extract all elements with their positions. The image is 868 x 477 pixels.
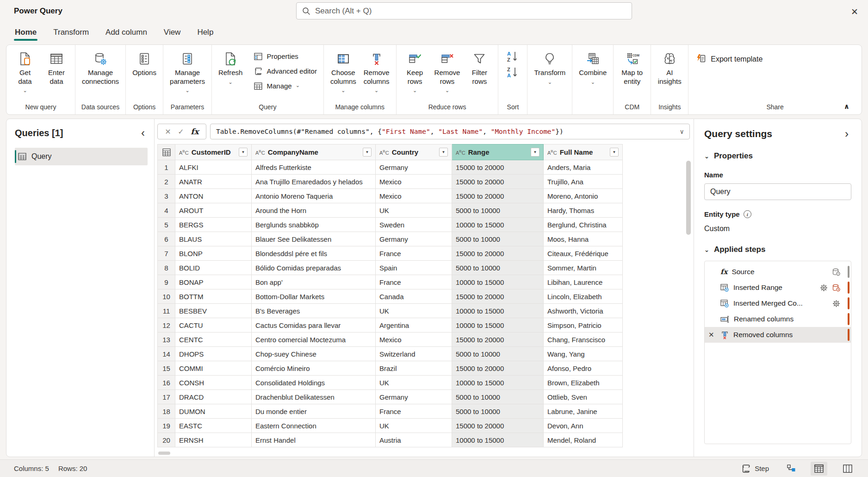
cell-companyname[interactable]: Bon app': [252, 275, 376, 289]
row-number[interactable]: 5: [158, 218, 175, 232]
applied-step-renamed-columns[interactable]: Renamed columns: [705, 311, 851, 327]
cell-range[interactable]: 15000 to 20000: [452, 189, 544, 203]
choose-columns-button[interactable]: Choose columns⌄: [328, 49, 359, 94]
cell-companyname[interactable]: Eastern Connection: [252, 419, 376, 433]
tab-transform[interactable]: Transform: [46, 22, 96, 43]
cell-full-name[interactable]: Brown, Elizabeth: [544, 376, 623, 390]
row-number[interactable]: 8: [158, 261, 175, 275]
cell-range[interactable]: 15000 to 20000: [452, 175, 544, 189]
cell-country[interactable]: Canada: [376, 289, 452, 304]
map-to-entity-button[interactable]: CDM Map to entity: [617, 49, 647, 87]
cell-customerid[interactable]: BOTTM: [175, 289, 252, 304]
cell-country[interactable]: Brazil: [376, 361, 452, 376]
tab-help[interactable]: Help: [190, 22, 221, 43]
cell-companyname[interactable]: Antonio Moreno Taqueria: [252, 189, 376, 203]
remove-columns-button[interactable]: Remove columns⌄: [361, 49, 392, 94]
cell-full-name[interactable]: Sommer, Martin: [544, 261, 623, 275]
tab-view[interactable]: View: [156, 22, 188, 43]
commit-formula-icon[interactable]: ✓: [178, 127, 184, 136]
table-select-all[interactable]: [158, 144, 175, 160]
cell-range[interactable]: 10000 to 15000: [452, 318, 544, 333]
column-header-range[interactable]: ABCRange▼: [452, 144, 544, 160]
cancel-formula-icon[interactable]: ✕: [165, 127, 171, 136]
cell-range[interactable]: 5000 to 10000: [452, 404, 544, 419]
cell-range[interactable]: 15000 to 20000: [452, 246, 544, 261]
column-view-button[interactable]: [839, 462, 856, 476]
cell-full-name[interactable]: Simpson, Patricio: [544, 318, 623, 333]
properties-button[interactable]: Properties: [251, 50, 319, 63]
cell-country[interactable]: UK: [376, 304, 452, 318]
applied-steps-section-header[interactable]: ⌄ Applied steps: [704, 245, 851, 254]
cell-companyname[interactable]: Cactus Comidas para llevar: [252, 318, 376, 333]
cell-country[interactable]: Mexico: [376, 175, 452, 189]
query-dependencies-button[interactable]: [784, 463, 799, 475]
refresh-button[interactable]: Refresh ⌄: [216, 49, 246, 86]
cell-companyname[interactable]: Consolidated Holdings: [252, 376, 376, 390]
cell-customerid[interactable]: CACTU: [175, 318, 252, 333]
ai-insights-button[interactable]: AI insights: [655, 49, 684, 87]
cell-customerid[interactable]: ERNSH: [175, 433, 252, 447]
tab-home[interactable]: Home: [7, 22, 44, 43]
cell-range[interactable]: 15000 to 20000: [452, 333, 544, 347]
cell-range[interactable]: 5000 to 10000: [452, 203, 544, 218]
cell-full-name[interactable]: Wang, Yang: [544, 347, 623, 361]
cell-full-name[interactable]: Devon, Ann: [544, 419, 623, 433]
cell-companyname[interactable]: Blauer See Delikatessen: [252, 232, 376, 246]
row-number[interactable]: 7: [158, 246, 175, 261]
cell-range[interactable]: 10000 to 15000: [452, 376, 544, 390]
step-view-button[interactable]: Step: [738, 462, 772, 475]
cell-full-name[interactable]: Anders, Maria: [544, 160, 623, 175]
cell-range[interactable]: 15000 to 20000: [452, 419, 544, 433]
column-filter-icon[interactable]: ▼: [531, 148, 539, 157]
manage-connections-button[interactable]: Manage connections: [79, 49, 122, 87]
column-filter-icon[interactable]: ▼: [239, 148, 248, 157]
properties-section-header[interactable]: ⌄ Properties: [704, 151, 851, 161]
cell-range[interactable]: 10000 to 15000: [452, 218, 544, 232]
info-icon[interactable]: i: [744, 210, 751, 218]
advanced-editor-button[interactable]: Advanced editor: [251, 64, 319, 78]
delete-step-icon[interactable]: ✕: [708, 331, 714, 339]
cell-country[interactable]: Austria: [376, 433, 452, 447]
row-number[interactable]: 17: [158, 390, 175, 404]
search-input[interactable]: Search (Alt + Q): [296, 2, 632, 19]
close-window-icon[interactable]: ✕: [848, 5, 862, 19]
cell-range[interactable]: 5000 to 10000: [452, 390, 544, 404]
cell-customerid[interactable]: DUMON: [175, 404, 252, 419]
cell-full-name[interactable]: Moos, Hanna: [544, 232, 623, 246]
row-number[interactable]: 13: [158, 333, 175, 347]
row-number[interactable]: 2: [158, 175, 175, 189]
cell-country[interactable]: Switzerland: [376, 347, 452, 361]
cell-customerid[interactable]: BONAP: [175, 275, 252, 289]
cell-full-name[interactable]: Chang, Franscisco: [544, 333, 623, 347]
query-list-item[interactable]: Query: [15, 148, 148, 165]
cell-range[interactable]: 5000 to 10000: [452, 261, 544, 275]
vertical-scrollbar[interactable]: [686, 161, 691, 235]
enter-data-button[interactable]: Enter data: [42, 49, 71, 87]
filter-rows-button[interactable]: Filter rows: [465, 49, 494, 87]
row-number[interactable]: 18: [158, 404, 175, 419]
column-filter-icon[interactable]: ▼: [363, 148, 372, 157]
cell-country[interactable]: UK: [376, 203, 452, 218]
column-header-full-name[interactable]: ABCFull Name▼: [544, 144, 623, 160]
applied-step-inserted-range[interactable]: Inserted Range: [705, 280, 851, 295]
cell-full-name[interactable]: Lincoln, Elizabeth: [544, 289, 623, 304]
cell-customerid[interactable]: CONSH: [175, 376, 252, 390]
cell-country[interactable]: Germany: [376, 232, 452, 246]
row-number[interactable]: 9: [158, 275, 175, 289]
cell-country[interactable]: France: [376, 275, 452, 289]
cell-companyname[interactable]: Ernst Handel: [252, 433, 376, 447]
cell-full-name[interactable]: Ottlieb, Sven: [544, 390, 623, 404]
cell-range[interactable]: 10000 to 15000: [452, 304, 544, 318]
formula-input[interactable]: Table.RemoveColumns(#"Renamed columns", …: [210, 124, 690, 139]
cell-customerid[interactable]: DRACD: [175, 390, 252, 404]
applied-step-source[interactable]: fxSource: [705, 264, 851, 280]
cell-customerid[interactable]: ALFKI: [175, 160, 252, 175]
cell-full-name[interactable]: Ashworth, Victoria: [544, 304, 623, 318]
cell-range[interactable]: 10000 to 15000: [452, 275, 544, 289]
cell-companyname[interactable]: Around the Horn: [252, 203, 376, 218]
options-button[interactable]: Options: [130, 49, 159, 78]
cell-country[interactable]: UK: [376, 376, 452, 390]
cell-full-name[interactable]: Berglund, Christina: [544, 218, 623, 232]
query-name-input[interactable]: Query: [704, 183, 851, 200]
row-number[interactable]: 19: [158, 419, 175, 433]
